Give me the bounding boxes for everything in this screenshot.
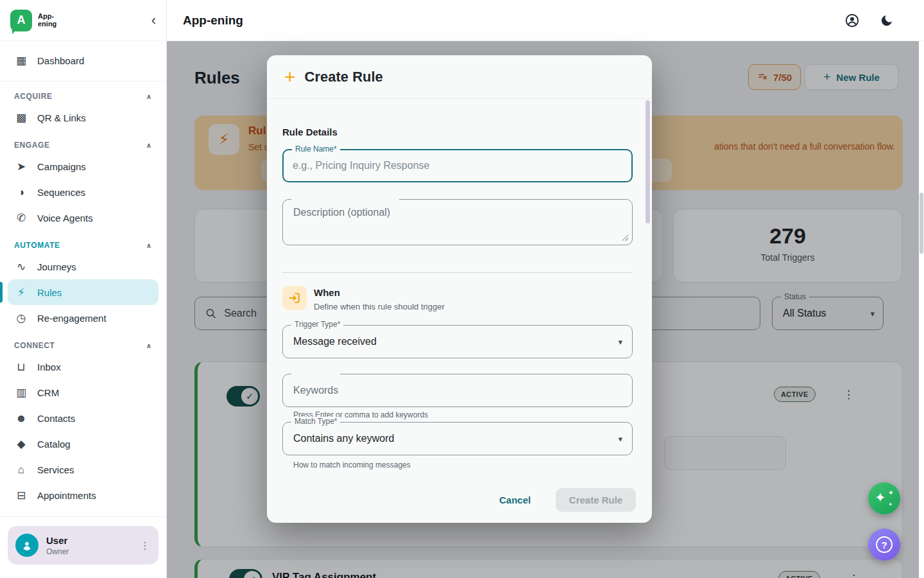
sparkle-icon: ✦ [888,489,894,497]
page-scrollbar[interactable] [919,41,924,578]
rule-details-heading: Rule Details [282,127,338,137]
description-label: Description (optional) [293,207,390,218]
phone-icon: ✆ [14,213,28,223]
lightning-bolt-icon: ⚡ [14,287,28,298]
inbox-icon: ⊔ [14,362,28,372]
account-circle-icon[interactable] [844,13,860,28]
sidebar-nav: ▦ Dashboard ACQUIRE ∧ ▩ QR & Links ENGAG… [0,41,166,516]
clock-icon: ◷ [14,313,28,324]
sidebar-section-connect[interactable]: CONNECT ∧ [14,341,152,350]
user-meta: User Owner [46,535,69,556]
scrollbar-thumb[interactable] [920,193,923,254]
when-section-title: When [314,287,340,298]
trigger-type-select[interactable]: Trigger Type* Message received ▾ [282,325,633,358]
create-rule-submit-button[interactable]: Create Rule [556,488,636,512]
dialog-header: + Create Rule [267,55,652,99]
sidebar-item-voice-agents[interactable]: ✆ Voice Agents [8,205,158,231]
when-section-subtitle: Define when this rule should trigger [314,302,445,311]
sequence-icon: ◑ [14,187,28,198]
sidebar-item-campaigns[interactable]: ➤ Campaigns [8,153,158,179]
sidebar-item-inbox[interactable]: ⊔ Inbox [8,354,158,380]
sidebar-section-automate[interactable]: AUTOMATE ∧ [14,241,152,250]
sidebar-item-qr-links[interactable]: ▩ QR & Links [8,105,158,130]
keywords-field[interactable]: Keywords [282,374,633,407]
sidebar-divider [0,81,166,82]
chevron-down-icon: ▾ [618,337,622,347]
rule-name-field[interactable]: Rule Name* [282,149,633,182]
keywords-label: Keywords [293,385,338,396]
dashboard-icon: ▦ [14,55,28,66]
sidebar-item-re-engagement[interactable]: ◷ Re-engagement [8,305,158,331]
sidebar-section-acquire[interactable]: ACQUIRE ∧ [14,92,152,101]
sidebar-item-journeys[interactable]: ∿ Journeys [8,254,158,279]
cancel-button[interactable]: Cancel [489,489,541,511]
chevron-down-icon: ▾ [618,434,622,444]
sidebar-item-dashboard[interactable]: ▦ Dashboard [8,48,158,73]
enter-arrow-icon [287,291,302,305]
user-menu-dots-icon[interactable]: ⋮ [140,539,151,552]
kanban-icon: ▥ [14,387,28,398]
trigger-type-label: Trigger Type* [291,320,343,330]
sidebar-item-services[interactable]: ⌂ Services [8,457,158,482]
dialog-title: Create Rule [305,69,383,85]
user-avatar [15,534,38,557]
sidebar-item-crm[interactable]: ▥ CRM [8,380,158,405]
ai-assistant-fab[interactable]: ✦ ✦ ✦ [868,482,900,514]
sidebar-item-rules[interactable]: ⚡ Rules [8,279,158,305]
sidebar-item-contacts[interactable]: ☻ Contacts [8,405,158,431]
chevron-up-icon: ∧ [146,342,152,350]
plus-icon: + [284,67,296,87]
match-type-label: Match Type* [291,417,340,427]
sparkle-icon: ✦ [875,490,886,505]
user-card[interactable]: User Owner ⋮ [8,526,158,565]
match-type-select[interactable]: Match Type* Contains any keyword ▾ [282,422,633,455]
qr-code-icon: ▩ [14,112,28,123]
question-mark-icon: ? [876,536,893,553]
sparkle-icon: ✦ [888,502,893,507]
dialog-scrollbar-thumb[interactable] [646,100,650,223]
resize-handle[interactable] [622,234,628,241]
app-window: A App- ening ‹ ▦ Dashboard ACQUIRE ∧ ▩ Q… [0,0,924,578]
sidebar-item-label: Dashboard [37,55,84,66]
trigger-section-icon [282,286,307,310]
sidebar-item-catalog[interactable]: ◆ Catalog [8,431,158,457]
app-logo-text: App- ening [38,13,56,28]
trigger-type-value: Message received [293,336,377,347]
sidebar: A App- ening ‹ ▦ Dashboard ACQUIRE ∧ ▩ Q… [0,0,167,578]
help-fab[interactable]: ? [868,529,900,561]
user-name: User [46,535,69,546]
sidebar-footer: User Owner ⋮ [0,516,166,578]
match-type-value: Contains any keyword [293,433,394,444]
user-role: Owner [46,547,69,556]
top-header: App-ening [167,0,924,41]
sidebar-section-engage[interactable]: ENGAGE ∧ [14,141,152,150]
create-rule-dialog: + Create Rule Rule Details Rule Name* De… [267,55,652,523]
app-logo-icon[interactable]: A [10,10,32,31]
match-type-helper-text: How to match incoming messages [293,460,411,469]
people-icon: ☻ [14,413,28,424]
chevron-up-icon: ∧ [146,141,152,150]
person-icon [21,539,33,552]
shopping-bag-icon: ◆ [14,439,28,450]
storefront-icon: ⌂ [14,464,28,475]
calendar-icon: ⊟ [14,490,28,501]
sidebar-logo-row: A App- ening ‹ [0,0,166,41]
page-app-title: App-ening [183,13,243,28]
description-field[interactable]: Description (optional) [282,199,633,245]
chevron-up-icon: ∧ [146,241,152,250]
dark-mode-moon-icon[interactable] [879,13,894,28]
sidebar-collapse-icon[interactable]: ‹ [151,13,156,28]
sidebar-item-sequences[interactable]: ◑ Sequences [8,179,158,205]
rule-name-input[interactable] [293,150,613,181]
send-icon: ➤ [14,161,28,172]
chevron-up-icon: ∧ [146,92,152,101]
section-divider [282,272,633,273]
route-icon: ∿ [14,261,28,272]
sidebar-item-appointments[interactable]: ⊟ Appointments [8,482,158,508]
